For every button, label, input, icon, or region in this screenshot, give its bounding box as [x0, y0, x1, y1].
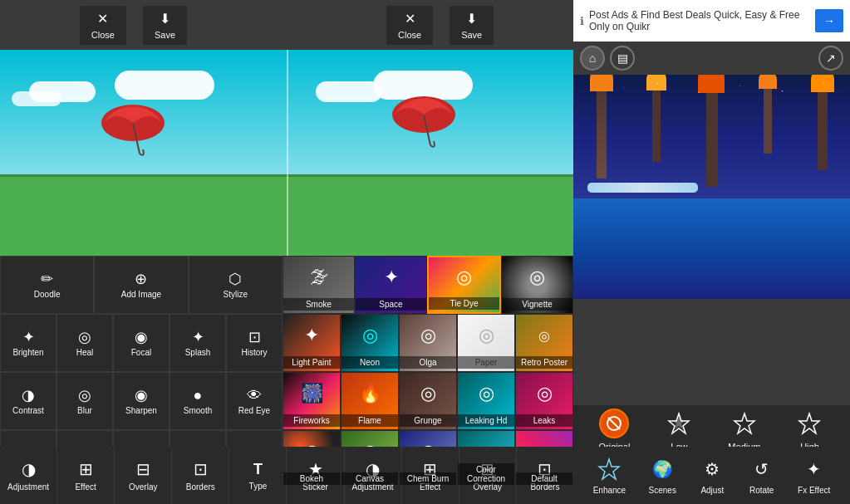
rotate-right-icon: ↺: [749, 456, 775, 482]
tools-row-2: ✦ Brighten ◎ Heal ◉ Focal ✦ Splash ⊡ His…: [0, 314, 283, 372]
tool-focal[interactable]: ◉ Focal: [113, 314, 170, 372]
umbrella-left: [100, 100, 166, 158]
save-icon-right: ⬇: [466, 11, 477, 27]
svg-line-5: [608, 418, 620, 429]
effect-fireworks[interactable]: 🎆 Fireworks: [283, 372, 341, 430]
scenes-icon: 🌍: [649, 456, 676, 482]
type-icon: T: [253, 461, 263, 478]
effect-olga[interactable]: ◎ Olga: [399, 314, 457, 372]
umbrella-right: [391, 91, 457, 149]
btb-effect[interactable]: ⊞ Effect: [57, 447, 115, 504]
effect-grunge[interactable]: ◎ Grunge: [399, 372, 457, 430]
fx-effect-icon: ✦: [801, 456, 828, 482]
enhance-icon: [596, 456, 622, 482]
ad-text: Post Ads & Find Best Deals Quick, Easy &…: [589, 9, 815, 32]
right-actions-bar: Enhance 🌍 Scenes ⚙ Adjust ↺ Rotate ✦ Fx …: [573, 447, 850, 504]
canvas-image: [0, 50, 573, 257]
tool-smooth[interactable]: ● Smooth: [170, 372, 226, 430]
effect-tie-dye[interactable]: ◎ Tie Dye: [427, 256, 501, 314]
effect-neon[interactable]: ◎ Neon: [341, 314, 399, 372]
tool-red-eye[interactable]: 👁 Red Eye: [226, 372, 283, 430]
save-icon-left: ⬇: [160, 11, 170, 27]
btb-adjustment[interactable]: ◑ Adjustment: [0, 447, 57, 504]
sharpen-icon: ◉: [135, 388, 148, 403]
quality-low[interactable]: Low: [664, 409, 694, 452]
tool-history[interactable]: ⊡ History: [226, 314, 283, 372]
effect-leaking-hd[interactable]: ◎ Leaking Hd: [457, 372, 515, 430]
ad-banner: ℹ Post Ads & Find Best Deals Quick, Easy…: [573, 0, 850, 42]
focal-icon: ◉: [135, 330, 148, 345]
medium-quality-icon: [730, 409, 759, 438]
home-nav-button[interactable]: ⌂: [580, 46, 605, 71]
borders-icon: ⊡: [194, 459, 208, 479]
low-quality-icon: [664, 409, 694, 438]
tool-blur[interactable]: ◎ Blur: [57, 372, 113, 430]
home-icon: ⌂: [589, 51, 596, 65]
tool-stylize[interactable]: ⬡ Stylize: [189, 256, 283, 314]
effect-space[interactable]: ✦ Space: [355, 256, 427, 314]
quality-high[interactable]: High: [794, 409, 824, 452]
effect-light-paint[interactable]: ✦ Light Paint: [283, 314, 341, 372]
close-button-right[interactable]: ✕ Close: [386, 6, 433, 45]
action-rotate-right[interactable]: ↺ Rotate: [749, 456, 775, 495]
tool-contrast[interactable]: ◑ Contrast: [0, 372, 57, 430]
stylize-icon: ⬡: [228, 272, 242, 286]
close-icon-right: ✕: [405, 11, 415, 27]
brighten-icon: ✦: [22, 330, 35, 345]
right-nav: ⌂ ▤ ↗: [573, 42, 850, 75]
folder-nav-button[interactable]: ▤: [610, 46, 635, 71]
effects-row-2: ✦ Light Paint ◎ Neon ◎ Olga ◎ Paper ◎ Re…: [283, 314, 573, 372]
btb-type[interactable]: T Type: [229, 447, 287, 504]
splash-icon: ✦: [192, 330, 204, 345]
share-nav-button[interactable]: ↗: [818, 46, 843, 71]
tool-doodle[interactable]: ✏ Doodle: [0, 256, 94, 314]
effect-icon: ⊞: [79, 459, 93, 479]
effect-flame[interactable]: 🔥 Flame: [341, 372, 399, 430]
canvas-area: [0, 50, 573, 257]
top-toolbar-left: ✕ Close ⬇ Save ✕ Close ⬇ Save: [0, 0, 573, 50]
blur-icon: ◎: [78, 388, 91, 403]
high-quality-icon: [794, 409, 824, 438]
save-button-left[interactable]: ⬇ Save: [143, 6, 187, 45]
doodle-icon: ✏: [41, 272, 53, 286]
tool-add-image[interactable]: ⊕ Add Image: [94, 256, 188, 314]
smooth-icon: ●: [194, 388, 203, 403]
close-icon-left: ✕: [97, 11, 108, 27]
effect-smoke[interactable]: 🌫 Smoke: [283, 256, 355, 314]
red-eye-icon: 👁: [247, 388, 262, 403]
history-icon: ⊡: [248, 330, 261, 345]
tool-splash[interactable]: ✦ Splash: [170, 314, 226, 372]
action-fx-effect[interactable]: ✦ Fx Effect: [798, 456, 830, 495]
quality-original[interactable]: Original: [598, 409, 630, 452]
action-scenes[interactable]: 🌍 Scenes: [649, 456, 676, 495]
tool-heal[interactable]: ◎ Heal: [57, 314, 113, 372]
share-icon: ↗: [826, 51, 836, 65]
btb-overlay[interactable]: ⊟ Overlay: [115, 447, 172, 504]
ad-info-icon: ℹ: [580, 15, 584, 27]
tools-row-3: ◑ Contrast ◎ Blur ◉ Sharpen ● Smooth 👁 R…: [0, 372, 283, 430]
folder-icon: ▤: [617, 51, 628, 65]
btb-borders[interactable]: ⊡ Borders: [172, 447, 229, 504]
heal-icon: ◎: [78, 330, 91, 345]
tool-sharpen[interactable]: ◉ Sharpen: [113, 372, 170, 430]
save-button-right[interactable]: ⬇ Save: [450, 6, 494, 45]
adjust-icon: ⚙: [699, 456, 725, 482]
quality-medium[interactable]: Medium: [728, 409, 760, 452]
adjustment-icon: ◑: [22, 459, 36, 479]
effect-retro-poster[interactable]: ◎ Retro Poster: [515, 314, 573, 372]
canvas-divider: [287, 50, 288, 257]
close-button-left[interactable]: ✕ Close: [80, 6, 126, 45]
effects-row-3: 🎆 Fireworks 🔥 Flame ◎ Grunge ◎ Leaking H…: [283, 372, 573, 430]
effects-row-1: 🌫 Smoke ✦ Space ◎ Tie Dye ◎ Vignette: [283, 256, 573, 314]
original-quality-icon: [599, 409, 629, 438]
effect-vignette[interactable]: ◎ Vignette: [501, 256, 573, 314]
tools-row-1: ✏ Doodle ⊕ Add Image ⬡ Stylize: [0, 256, 283, 314]
add-image-icon: ⊕: [135, 272, 147, 286]
ad-arrow-button[interactable]: →: [815, 9, 843, 32]
overlay-icon: ⊟: [136, 459, 150, 479]
effect-leaks[interactable]: ◎ Leaks: [515, 372, 573, 430]
action-enhance[interactable]: Enhance: [593, 456, 626, 495]
action-adjust[interactable]: ⚙ Adjust: [699, 456, 725, 495]
tool-brighten[interactable]: ✦ Brighten: [0, 314, 57, 372]
effect-paper[interactable]: ◎ Paper: [457, 314, 515, 372]
